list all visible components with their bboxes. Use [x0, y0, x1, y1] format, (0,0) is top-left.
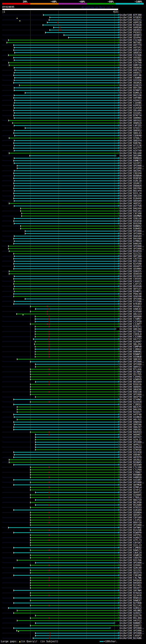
alignment-bar[interactable]	[30, 570, 118, 571]
alignment-bar[interactable]	[35, 356, 118, 357]
alignment-bar[interactable]	[14, 118, 118, 118]
alignment-bar[interactable]	[14, 206, 118, 206]
hit-accession-link[interactable]: UniRef100_B3YLJ4	[120, 192, 142, 195]
alignment-bar[interactable]	[14, 178, 118, 179]
hit-accession-link[interactable]: UniRef100_UPI000..	[120, 630, 144, 632]
hit-accession-link[interactable]: UniRef100_Q8VQ49	[120, 200, 142, 202]
hit-accession-link[interactable]: UniRef100_C3JXN9	[120, 335, 142, 338]
alignment-bar[interactable]	[14, 125, 118, 126]
hit-accession-link[interactable]: UniRef100_B7AAI4	[120, 592, 142, 594]
hit-accession-link[interactable]: UniRef100_C6B1M9	[120, 574, 142, 576]
alignment-bar[interactable]	[30, 542, 118, 543]
hit-accession-link[interactable]: UniRef100_A9D4K7	[120, 454, 142, 456]
alignment-bar[interactable]	[14, 399, 118, 400]
hit-accession-link[interactable]: UniRef100_B4N0K7	[120, 622, 142, 624]
hit-accession-link[interactable]: UniRef100_A7HIS3	[120, 506, 142, 509]
alignment-bar[interactable]	[35, 434, 118, 435]
alignment-bar[interactable]	[8, 527, 118, 528]
alignment-bar[interactable]	[25, 128, 118, 128]
hit-accession-link[interactable]: UniRef100_O24885	[120, 494, 142, 496]
alignment-bar[interactable]	[30, 515, 118, 516]
alignment-bar[interactable]	[14, 102, 118, 103]
alignment-bar[interactable]	[14, 268, 118, 269]
hit-accession-link[interactable]: UniRef100_B1Y4Q1	[120, 584, 142, 587]
hit-accession-link[interactable]: UniRef100_Q7MPL4	[120, 486, 142, 489]
alignment-bar[interactable]	[14, 78, 118, 78]
hit-accession-link[interactable]: UniRef100_C4L7N6	[120, 576, 142, 579]
alignment-bar[interactable]	[30, 520, 118, 520]
alignment-bar[interactable]	[14, 301, 118, 302]
hit-accession-link[interactable]: UniRef100_UPI000..	[120, 245, 144, 248]
hit-accession-link[interactable]: UniRef100_B7LUG6	[120, 368, 142, 370]
alignment-bar[interactable]	[35, 382, 118, 382]
alignment-bar[interactable]	[14, 173, 118, 174]
alignment-bar[interactable]	[30, 522, 118, 523]
hit-accession-link[interactable]: UniRef100_C0Q1H4	[120, 172, 142, 174]
alignment-bar[interactable]	[20, 208, 118, 209]
hit-accession-link[interactable]: UniRef100_Q3IV56	[120, 79, 142, 82]
alignment-bar[interactable]	[30, 550, 118, 550]
hit-accession-link[interactable]: UniRef100_C4XAY3	[120, 280, 142, 282]
alignment-bar[interactable]	[54, 27, 118, 28]
alignment-bar[interactable]	[35, 449, 118, 450]
hit-accession-link[interactable]: UniRef100_A8DJK4	[120, 328, 142, 330]
alignment-bar[interactable]	[14, 82, 118, 83]
hit-accession-link[interactable]: UniRef100_P0AC90	[120, 293, 142, 295]
hit-accession-link[interactable]: UniRef100_B7RIF1	[120, 325, 142, 328]
alignment-bar[interactable]	[14, 218, 118, 219]
alignment-bar[interactable]	[14, 281, 118, 282]
hit-accession-link[interactable]: UniRef100_Q28GX4	[120, 446, 142, 448]
hit-accession-link[interactable]: UniRef100_O51839	[120, 275, 142, 278]
alignment-bar[interactable]	[35, 316, 118, 317]
alignment-bar[interactable]	[14, 510, 118, 510]
alignment-bar[interactable]	[30, 582, 118, 583]
hit-accession-link[interactable]: UniRef100_A6DHE7	[120, 433, 142, 436]
alignment-bar[interactable]	[17, 610, 118, 611]
hit-accession-link[interactable]: UniRef100_B2UW45	[120, 461, 142, 464]
alignment-bar[interactable]	[30, 487, 118, 488]
hit-accession-link[interactable]: UniRef100_A0LS13	[120, 313, 142, 315]
alignment-bar[interactable]	[14, 427, 118, 428]
alignment-bar[interactable]	[14, 598, 118, 598]
hit-accession-link[interactable]: UniRef100_A8YEF0	[120, 456, 142, 458]
alignment-bar[interactable]	[30, 477, 118, 478]
alignment-bar[interactable]	[14, 196, 118, 196]
hit-accession-link[interactable]: UniRef100_Q3B1S0	[120, 217, 142, 220]
alignment-bar[interactable]	[14, 158, 118, 158]
alignment-bar[interactable]	[35, 439, 118, 440]
alignment-bar[interactable]	[35, 354, 118, 354]
hit-accession-link[interactable]: UniRef100_A9PEZ8	[120, 21, 142, 24]
hit-accession-link[interactable]: UniRef100_Q01XM4	[120, 154, 142, 157]
alignment-bar[interactable]	[8, 248, 118, 249]
alignment-bar[interactable]	[25, 298, 118, 299]
alignment-bar[interactable]	[9, 62, 118, 63]
hit-accession-link[interactable]: UniRef100_C4XUF3	[120, 634, 142, 637]
alignment-bar[interactable]	[30, 530, 118, 530]
alignment-bar[interactable]	[30, 600, 118, 601]
alignment-bar[interactable]	[14, 75, 118, 76]
alignment-bar[interactable]	[14, 278, 118, 279]
alignment-bar[interactable]	[14, 108, 118, 108]
alignment-bar[interactable]	[35, 346, 118, 347]
alignment-bar[interactable]	[30, 535, 118, 536]
alignment-bar[interactable]	[14, 424, 118, 425]
hit-accession-link[interactable]: UniRef100_C9CS08	[120, 212, 142, 215]
hit-accession-link[interactable]: UniRef100_Q0TG37	[120, 288, 142, 290]
hit-accession-link[interactable]: UniRef100_Q8L2H2	[120, 343, 142, 346]
hit-accession-link[interactable]: UniRef100_A0KMA5	[120, 117, 142, 119]
alignment-bar[interactable]	[14, 221, 118, 221]
hit-accession-link[interactable]: UniRef100_UPI000..	[120, 298, 144, 300]
alignment-bar[interactable]	[14, 266, 118, 266]
hit-accession-link[interactable]: UniRef100_Q6XQ60	[120, 315, 142, 318]
hit-accession-link[interactable]: UniRef100_A3SNG8	[120, 356, 142, 358]
hit-accession-link[interactable]: UniRef100_A5GQG1	[120, 305, 142, 308]
hit-accession-link[interactable]: UniRef100_Q2IHJ0	[120, 401, 142, 403]
hit-accession-link[interactable]: UniRef100_C1M692	[120, 546, 142, 549]
alignment-bar[interactable]	[14, 145, 118, 146]
hit-accession-link[interactable]: UniRef100_A7JIJ6	[120, 144, 142, 147]
hit-accession-link[interactable]: UniRef100_B3WWP2	[120, 353, 142, 356]
hit-accession-link[interactable]: UniRef100_C5Z3Q8	[120, 39, 142, 41]
hit-accession-link[interactable]: UniRef100_Q5KQY5	[120, 270, 142, 272]
hit-accession-link[interactable]: UniRef100_Q0S5G2	[120, 119, 142, 122]
hit-accession-link[interactable]: UniRef100_A9GKU0	[120, 66, 142, 69]
